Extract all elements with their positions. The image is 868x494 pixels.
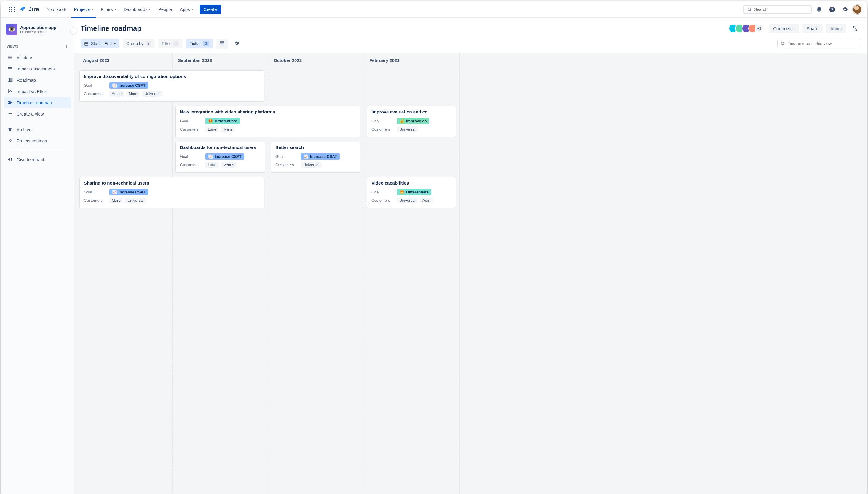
- add-view-icon[interactable]: +: [65, 43, 69, 50]
- idea-card[interactable]: Video capabilities Goal🤩Differentiate Cu…: [367, 177, 456, 208]
- nav-apps[interactable]: Apps▾: [177, 4, 196, 14]
- goal-chip: 📈Increase CSAT: [205, 153, 244, 159]
- nav-dashboards[interactable]: Dashboards▾: [121, 4, 153, 14]
- user-avatar[interactable]: [853, 5, 862, 14]
- timeline-months-header: August 2023 September 2023 October 2023 …: [78, 53, 867, 68]
- share-button[interactable]: Share: [802, 24, 822, 33]
- svg-rect-5: [14, 9, 15, 10]
- plus-icon: [7, 111, 13, 116]
- svg-rect-21: [11, 78, 13, 82]
- svg-rect-34: [220, 42, 224, 43]
- fields-button[interactable]: Fields3: [186, 39, 213, 48]
- sidebar-item-feedback[interactable]: Give feedback: [4, 154, 71, 164]
- svg-line-39: [783, 44, 784, 45]
- chevron-down-icon: ▾: [114, 8, 116, 11]
- group-by-button[interactable]: Group by+: [123, 39, 155, 48]
- avatar-overflow[interactable]: +3: [755, 24, 764, 33]
- svg-point-24: [11, 91, 12, 92]
- goal-chip: 💰Improve co: [397, 118, 429, 124]
- settings-icon[interactable]: [839, 4, 851, 15]
- svg-rect-1: [11, 6, 13, 8]
- idea-card[interactable]: Dashboards for non-technical users Goal📈…: [176, 141, 265, 173]
- svg-rect-7: [11, 11, 13, 13]
- search-icon: [780, 41, 785, 46]
- card-title: Improve evaluation and co: [372, 109, 452, 114]
- comments-button[interactable]: Comments: [769, 24, 799, 33]
- create-button[interactable]: Create: [199, 5, 221, 14]
- idea-card[interactable]: Improve evaluation and co Goal💰Improve c…: [367, 106, 456, 137]
- collaborator-avatars[interactable]: +3: [731, 24, 764, 33]
- fullscreen-icon[interactable]: [850, 23, 860, 34]
- card-title: Sharing to non-technical users: [84, 180, 260, 185]
- calendar-icon: [84, 41, 89, 46]
- gear-icon: [7, 138, 13, 143]
- search-icon: [747, 7, 752, 12]
- refresh-icon[interactable]: [231, 38, 242, 49]
- idea-card[interactable]: New integration with video sharing platf…: [176, 106, 361, 137]
- list-icon: [7, 66, 13, 71]
- goal-chip: 📈Increase CSAT: [109, 82, 148, 89]
- card-title: Video capabilities: [372, 180, 452, 185]
- sidebar-item-project-settings[interactable]: Project settings: [4, 136, 71, 146]
- project-name: Appreciation app: [20, 25, 57, 30]
- idea-card[interactable]: Sharing to non-technical users Goal📈Incr…: [79, 177, 265, 208]
- date-range-button[interactable]: Start – End ▾: [80, 39, 119, 48]
- month-column: October 2023: [268, 53, 364, 68]
- svg-rect-35: [220, 43, 224, 44]
- nav-filters[interactable]: Filters▾: [98, 4, 119, 14]
- project-icon: 👁️: [6, 24, 17, 35]
- svg-rect-4: [11, 9, 13, 10]
- filter-button[interactable]: Filter+: [158, 39, 182, 48]
- chevron-down-icon: ▾: [192, 8, 193, 11]
- svg-rect-6: [9, 11, 10, 13]
- sidebar-item-impact-assessment[interactable]: Impact assessment: [4, 64, 71, 74]
- svg-rect-19: [8, 78, 9, 82]
- board-icon: [7, 77, 13, 83]
- idea-card[interactable]: Improve discoverability of configuration…: [79, 71, 265, 101]
- nav-your-work[interactable]: Your work: [44, 4, 69, 14]
- project-header[interactable]: 👁️ Appreciation app Discovery project: [4, 24, 71, 39]
- app-switcher-icon[interactable]: [6, 3, 18, 15]
- chevron-down-icon: ▾: [92, 8, 93, 11]
- timeline-icon: [7, 100, 13, 105]
- sidebar-item-all-ideas[interactable]: All ideas: [4, 53, 71, 62]
- sidebar: ‹ 👁️ Appreciation app Discovery project …: [1, 18, 74, 494]
- nav-projects[interactable]: Projects▾: [71, 4, 96, 14]
- chevron-down-icon: ▾: [114, 42, 115, 45]
- jira-logo[interactable]: Jira: [20, 6, 39, 13]
- nav-people[interactable]: People: [155, 4, 175, 14]
- svg-point-38: [781, 42, 784, 44]
- sidebar-item-archive[interactable]: Archive: [4, 125, 71, 134]
- page-title: Timeline roadmap: [80, 24, 141, 33]
- sidebar-collapse-button[interactable]: ‹: [70, 27, 77, 34]
- card-title: New integration with video sharing platf…: [180, 109, 356, 114]
- month-column: February 2023: [364, 53, 460, 68]
- find-in-view[interactable]: [777, 39, 860, 48]
- global-search-input[interactable]: [754, 7, 808, 12]
- layout-settings-icon[interactable]: [216, 38, 228, 49]
- about-button[interactable]: About: [826, 24, 846, 33]
- idea-card[interactable]: Better search Goal📈Increase CSAT Custome…: [271, 141, 361, 173]
- sidebar-item-roadmap[interactable]: Roadmap: [4, 75, 71, 85]
- trash-icon: [7, 127, 13, 132]
- global-search[interactable]: [743, 5, 812, 14]
- svg-rect-30: [85, 42, 88, 45]
- card-title: Better search: [275, 145, 356, 150]
- find-input[interactable]: [788, 41, 857, 46]
- svg-rect-8: [14, 11, 15, 13]
- top-nav: Jira Your work Projects▾ Filters▾ Dashbo…: [1, 1, 867, 18]
- help-icon[interactable]: ?: [827, 4, 838, 15]
- goal-chip: 📈Increase CSAT: [301, 153, 340, 159]
- svg-rect-3: [9, 9, 10, 10]
- sidebar-item-timeline-roadmap[interactable]: Timeline roadmap: [4, 97, 71, 108]
- project-subtitle: Discovery project: [20, 30, 57, 34]
- chevron-down-icon: ▾: [149, 8, 150, 11]
- svg-point-23: [10, 90, 11, 91]
- goal-chip: 🤩Differentiate: [205, 118, 240, 124]
- sidebar-item-impact-vs-effort[interactable]: Impact vs Effort: [4, 86, 71, 96]
- svg-rect-0: [9, 6, 10, 8]
- svg-point-22: [9, 91, 10, 92]
- sidebar-item-create-view[interactable]: Create a view: [4, 109, 71, 119]
- notifications-icon[interactable]: [813, 4, 825, 15]
- card-title: Improve discoverability of configuration…: [84, 74, 260, 79]
